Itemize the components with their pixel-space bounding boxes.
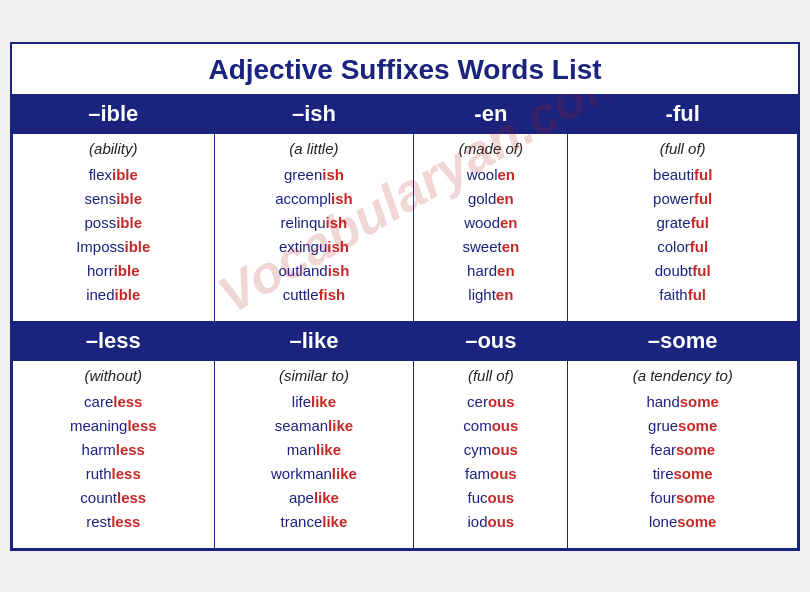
suffix-header-0: –ible <box>13 95 214 133</box>
list-item: cymous <box>418 438 563 462</box>
list-item: handsome <box>572 390 793 414</box>
suffix-header-1: –ish <box>215 95 414 133</box>
word-list-2: woolengoldenwoodensweetenhardenlighten <box>414 159 567 315</box>
suffix-part: ous <box>488 513 515 530</box>
suffix-part: ous <box>492 417 519 434</box>
list-item: lifelike <box>219 390 410 414</box>
list-item: accomplish <box>219 187 410 211</box>
suffix-part: less <box>116 441 145 458</box>
list-item: famous <box>418 462 563 486</box>
list-item: flexible <box>17 163 210 187</box>
suffix-part: ful <box>688 286 706 303</box>
suffix-part: ible <box>112 166 138 183</box>
suffix-part: en <box>496 190 514 207</box>
suffix-part: like <box>311 393 336 410</box>
word-list-0: flexiblesensiblepossibleImpossiblehorrib… <box>13 159 214 315</box>
word-list-6: cerouscomouscymousfamousfucousiodous <box>414 386 567 542</box>
suffix-part: like <box>332 465 357 482</box>
list-item: faithful <box>572 283 793 307</box>
suffix-header-7: –some <box>568 322 797 360</box>
suffix-meaning-7: (a tendency to) <box>568 361 797 386</box>
list-item: doubtful <box>572 259 793 283</box>
list-item: cerous <box>418 390 563 414</box>
list-item: wooden <box>418 211 563 235</box>
list-item: iodous <box>418 510 563 534</box>
list-item: tiresome <box>572 462 793 486</box>
list-item: sensible <box>17 187 210 211</box>
suffix-part: ish <box>322 166 344 183</box>
suffix-part: ible <box>116 214 142 231</box>
suffix-meaning-5: (similar to) <box>215 361 414 386</box>
suffix-part: en <box>498 166 516 183</box>
suffix-part: ible <box>115 286 141 303</box>
word-list-4: carelessmeaninglessharmlessruthlesscount… <box>13 386 214 542</box>
list-item: fearsome <box>572 438 793 462</box>
suffix-part: less <box>113 393 142 410</box>
list-item: ruthless <box>17 462 210 486</box>
suffix-header-4: –less <box>13 322 214 360</box>
suffix-header-3: -ful <box>568 95 797 133</box>
list-item: gruesome <box>572 414 793 438</box>
suffix-part: ful <box>691 214 709 231</box>
suffix-header-5: –like <box>215 322 414 360</box>
suffix-part: ful <box>692 262 710 279</box>
list-item: trancelike <box>219 510 410 534</box>
list-item: seamanlike <box>219 414 410 438</box>
suffix-part: like <box>328 417 353 434</box>
suffix-part: less <box>117 489 146 506</box>
list-item: harmless <box>17 438 210 462</box>
suffix-part: like <box>316 441 341 458</box>
suffix-part: ful <box>694 166 712 183</box>
suffix-part: ible <box>114 262 140 279</box>
suffix-meaning-2: (made of) <box>414 134 567 159</box>
list-item: possible <box>17 211 210 235</box>
suffix-part: ish <box>328 262 350 279</box>
suffix-part: less <box>111 513 140 530</box>
suffix-part: some <box>676 441 715 458</box>
list-item: meaningless <box>17 414 210 438</box>
list-item: fucous <box>418 486 563 510</box>
suffix-part: en <box>496 286 514 303</box>
suffix-part: en <box>500 214 518 231</box>
suffix-part: fish <box>319 286 346 303</box>
suffix-part: some <box>678 417 717 434</box>
suffix-meaning-0: (ability) <box>13 134 214 159</box>
list-item: apelike <box>219 486 410 510</box>
suffix-meaning-6: (full of) <box>414 361 567 386</box>
list-item: lonesome <box>572 510 793 534</box>
list-item: greenish <box>219 163 410 187</box>
suffix-part: ous <box>488 393 515 410</box>
list-item: cuttlefish <box>219 283 410 307</box>
list-item: horrible <box>17 259 210 283</box>
suffix-part: ful <box>694 190 712 207</box>
suffix-part: ible <box>116 190 142 207</box>
list-item: colorful <box>572 235 793 259</box>
list-item: foursome <box>572 486 793 510</box>
page-title: Adjective Suffixes Words List <box>12 44 798 94</box>
list-item: beautiful <box>572 163 793 187</box>
suffix-header-2: -en <box>414 95 567 133</box>
list-item: workmanlike <box>219 462 410 486</box>
suffix-part: en <box>502 238 520 255</box>
suffix-part: like <box>322 513 347 530</box>
suffix-part: some <box>680 393 719 410</box>
suffix-part: ful <box>690 238 708 255</box>
list-item: golden <box>418 187 563 211</box>
suffix-part: ible <box>125 238 151 255</box>
suffix-meaning-4: (without) <box>13 361 214 386</box>
list-item: Impossible <box>17 235 210 259</box>
list-item: woolen <box>418 163 563 187</box>
suffix-part: less <box>112 465 141 482</box>
suffix-meaning-1: (a little) <box>215 134 414 159</box>
suffix-part: less <box>127 417 156 434</box>
word-list-5: lifelikeseamanlikemanlikeworkmanlikeapel… <box>215 386 414 542</box>
word-list-3: beautifulpowerfulgratefulcolorfuldoubtfu… <box>568 159 797 315</box>
list-item: careless <box>17 390 210 414</box>
suffix-part: ous <box>490 465 517 482</box>
suffix-part: ish <box>326 214 348 231</box>
suffix-part: some <box>674 465 713 482</box>
list-item: harden <box>418 259 563 283</box>
list-item: inedible <box>17 283 210 307</box>
suffix-meaning-3: (full of) <box>568 134 797 159</box>
list-item: outlandish <box>219 259 410 283</box>
